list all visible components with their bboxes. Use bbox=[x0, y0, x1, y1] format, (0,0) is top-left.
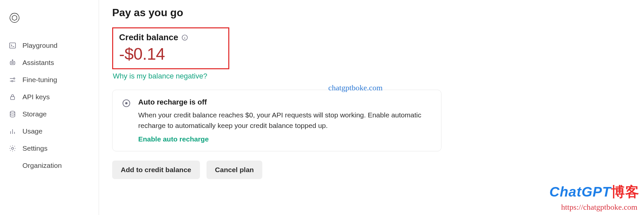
cancel-plan-button[interactable]: Cancel plan bbox=[207, 161, 263, 179]
sliders-icon bbox=[9, 76, 16, 84]
lock-icon bbox=[9, 93, 16, 101]
svg-point-5 bbox=[12, 60, 13, 60]
robot-icon bbox=[9, 59, 16, 67]
auto-recharge-description: When your credit balance reaches $0, you… bbox=[138, 110, 432, 131]
add-credit-button[interactable]: Add to credit balance bbox=[112, 161, 200, 179]
sidebar-subitem-label: Organization bbox=[22, 162, 62, 169]
sidebar-item-label: Playground bbox=[22, 42, 57, 49]
svg-point-13 bbox=[125, 102, 128, 105]
openai-logo-icon bbox=[8, 11, 21, 24]
sidebar: Playground Assistants Fine-tuning API ke… bbox=[0, 0, 99, 215]
sidebar-item-label: API keys bbox=[22, 93, 50, 101]
record-icon bbox=[122, 99, 131, 108]
gear-icon bbox=[9, 144, 16, 152]
database-icon bbox=[9, 110, 16, 118]
auto-recharge-card: Auto recharge is off When your credit ba… bbox=[112, 90, 441, 151]
negative-balance-link[interactable]: Why is my balance negative? bbox=[113, 72, 631, 80]
sidebar-nav: Playground Assistants Fine-tuning API ke… bbox=[0, 38, 99, 173]
sidebar-subitem-organization[interactable]: Organization bbox=[5, 158, 93, 173]
chart-icon bbox=[9, 127, 16, 135]
sidebar-item-label: Usage bbox=[22, 127, 43, 135]
svg-rect-8 bbox=[11, 97, 15, 100]
sidebar-item-label: Fine-tuning bbox=[22, 76, 57, 84]
terminal-icon bbox=[9, 42, 16, 49]
card-body: Auto recharge is off When your credit ba… bbox=[138, 98, 432, 143]
auto-recharge-title: Auto recharge is off bbox=[138, 98, 432, 107]
credit-balance-label: Credit balance bbox=[119, 32, 178, 43]
page-title: Pay as you go bbox=[112, 7, 631, 19]
svg-point-7 bbox=[12, 80, 13, 82]
svg-rect-1 bbox=[10, 43, 16, 48]
balance-label-row: Credit balance bbox=[119, 32, 222, 43]
credit-balance-box: Credit balance -$0.14 bbox=[112, 27, 229, 69]
sidebar-item-label: Settings bbox=[22, 144, 48, 152]
main-content: Pay as you go Credit balance -$0.14 Why … bbox=[99, 0, 644, 215]
info-icon[interactable] bbox=[181, 34, 188, 41]
sidebar-item-storage[interactable]: Storage bbox=[5, 106, 93, 122]
sidebar-item-playground[interactable]: Playground bbox=[5, 38, 93, 53]
button-row: Add to credit balance Cancel plan bbox=[112, 161, 631, 179]
sidebar-item-label: Assistants bbox=[22, 59, 54, 67]
svg-point-3 bbox=[12, 63, 12, 63]
sidebar-item-settings[interactable]: Settings bbox=[5, 140, 93, 156]
svg-point-10 bbox=[12, 147, 14, 149]
sidebar-item-assistants[interactable]: Assistants bbox=[5, 55, 93, 71]
logo bbox=[0, 8, 99, 38]
svg-point-4 bbox=[13, 63, 14, 63]
sidebar-item-fine-tuning[interactable]: Fine-tuning bbox=[5, 72, 93, 88]
svg-marker-0 bbox=[12, 15, 17, 20]
enable-auto-recharge-link[interactable]: Enable auto recharge bbox=[138, 135, 432, 143]
svg-point-9 bbox=[10, 111, 15, 113]
sidebar-item-label: Storage bbox=[22, 110, 47, 118]
svg-point-6 bbox=[14, 78, 15, 79]
sidebar-item-api-keys[interactable]: API keys bbox=[5, 89, 93, 105]
credit-balance-amount: -$0.14 bbox=[119, 45, 222, 64]
sidebar-item-usage[interactable]: Usage bbox=[5, 123, 93, 139]
